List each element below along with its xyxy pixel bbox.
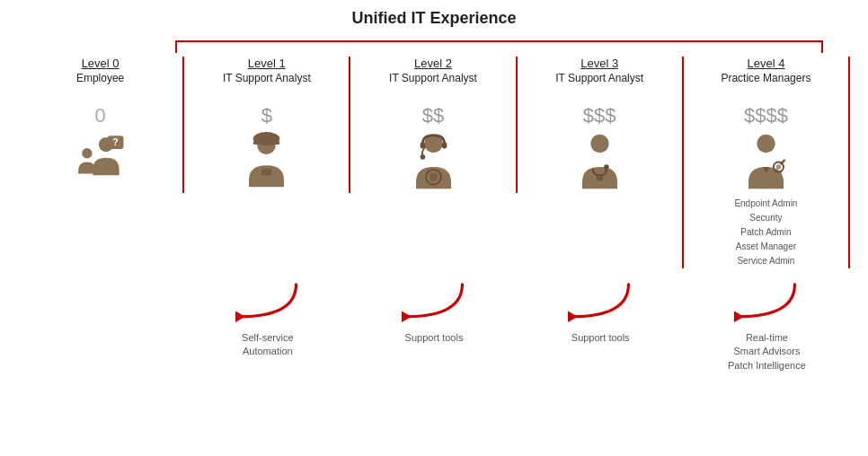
svg-point-19 [776, 164, 782, 170]
svg-text:?: ? [112, 136, 118, 146]
level1-label: Level 1 [248, 57, 286, 72]
level4-tags: Endpoint AdminSecurityPatch AdminAsset M… [734, 197, 797, 268]
level2-cost: $$ [422, 103, 444, 128]
col-level3: Level 3 IT Support Analyst $$$ [516, 57, 682, 193]
level2-role: IT Support Analyst [389, 72, 477, 86]
level4-label: Level 4 [747, 57, 784, 72]
col-header-level2: Level 2 IT Support Analyst [389, 57, 477, 100]
level2-label: Level 2 [414, 57, 452, 72]
level1-cost: $ [261, 103, 272, 128]
arrow-cell-4 [684, 276, 850, 329]
arrow-1 [227, 280, 308, 325]
arrow-2 [394, 280, 474, 325]
arrow-cell-2 [350, 276, 517, 329]
col-level0: Level 0 Employee 0 ? [18, 57, 182, 193]
svg-point-1 [82, 148, 92, 158]
svg-rect-6 [253, 141, 280, 145]
arrows-row [18, 276, 850, 329]
arrow-cell-3 [518, 276, 684, 329]
svg-marker-23 [734, 311, 744, 322]
svg-point-14 [590, 135, 608, 153]
level0-cost: 0 [94, 103, 105, 128]
level3-label: Level 3 [580, 57, 618, 72]
bracket-left-line [175, 40, 177, 53]
col-header-level4: Level 4 Practice Managers [721, 57, 810, 100]
svg-point-15 [604, 164, 609, 170]
main-title: Unified IT Experience [18, 9, 850, 28]
svg-rect-7 [261, 169, 271, 175]
level4-cost: $$$$ [744, 103, 788, 128]
col-level2: Level 2 IT Support Analyst $$ [349, 57, 515, 193]
svg-marker-20 [235, 311, 245, 322]
col-header-level3: Level 3 IT Support Analyst [555, 57, 643, 100]
col-level1: Level 1 IT Support Analyst $ [182, 57, 349, 193]
label-1-text: Self-service Automation [242, 332, 293, 356]
label-3-text: Support tools [571, 332, 630, 343]
level1-role: IT Support Analyst [223, 72, 311, 86]
columns-row: Level 0 Employee 0 ? [18, 57, 850, 268]
bracket [18, 33, 850, 53]
label-cell-3: Support tools [518, 331, 684, 373]
col-level4: Level 4 Practice Managers $$$$ [682, 57, 850, 268]
bracket-top-line [175, 40, 823, 42]
label-cell-1: Self-service Automation [184, 331, 350, 373]
level0-label: Level 0 [82, 57, 120, 72]
label-cell-0 [18, 331, 184, 373]
svg-point-11 [420, 154, 425, 160]
arrow-3 [560, 280, 641, 325]
bracket-right-line [821, 40, 823, 53]
svg-rect-10 [441, 142, 447, 148]
svg-point-13 [429, 173, 437, 181]
label-cell-2: Support tools [350, 331, 517, 373]
level3-icon [568, 130, 631, 193]
arrow-cell-1 [184, 276, 350, 329]
arrow-4 [726, 280, 807, 325]
arrow-cell-0 [18, 276, 184, 329]
svg-marker-22 [568, 311, 578, 322]
col-header-level0: Level 0 Employee [76, 57, 124, 100]
level2-icon [402, 130, 465, 193]
level3-cost: $$$ [583, 103, 616, 128]
svg-point-16 [596, 174, 602, 180]
label-cell-4: Real-time Smart Advisors Patch Intellige… [684, 331, 850, 373]
svg-marker-21 [402, 311, 412, 322]
level0-icon: ? [69, 130, 132, 193]
level4-icon [734, 130, 797, 193]
labels-row: Self-service Automation Support tools Su… [18, 331, 850, 373]
level4-role: Practice Managers [721, 72, 810, 86]
diagram-container: Unified IT Experience Level 0 Employee 0 [0, 0, 868, 456]
level1-icon [235, 130, 298, 193]
label-2-text: Support tools [405, 332, 464, 343]
level3-role: IT Support Analyst [555, 72, 643, 86]
label-4-text: Real-time Smart Advisors Patch Intellige… [728, 332, 806, 371]
svg-point-17 [757, 135, 775, 153]
col-header-level1: Level 1 IT Support Analyst [223, 57, 311, 100]
level0-role: Employee [76, 72, 124, 86]
